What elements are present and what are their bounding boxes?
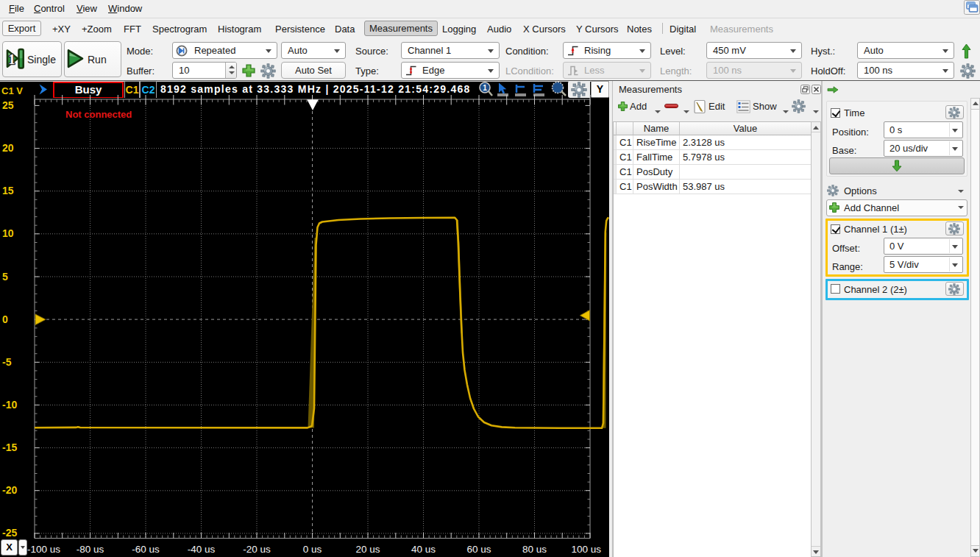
svg-text:Not connected: Not connected — [65, 109, 132, 120]
svg-text:-25: -25 — [2, 527, 17, 539]
svg-text:25: 25 — [2, 99, 14, 111]
svg-text:80 us: 80 us — [522, 544, 547, 555]
svg-text:-20: -20 — [2, 484, 17, 496]
svg-text:0 us: 0 us — [303, 544, 322, 555]
svg-text:-10: -10 — [2, 399, 17, 411]
svg-text:100 us: 100 us — [571, 544, 601, 555]
svg-text:1: 1 — [483, 84, 487, 92]
svg-text:1: 1 — [8, 52, 15, 67]
svg-text:-80 us: -80 us — [77, 544, 104, 555]
svg-text:15: 15 — [2, 185, 14, 196]
svg-text:10: 10 — [2, 227, 14, 239]
svg-text:60 us: 60 us — [466, 544, 491, 555]
svg-text:0: 0 — [2, 313, 8, 325]
svg-text:-100 us: -100 us — [27, 544, 60, 555]
svg-text:-20 us: -20 us — [243, 544, 271, 555]
svg-text:5: 5 — [2, 271, 8, 283]
svg-text:-40 us: -40 us — [188, 544, 216, 555]
svg-text:40 us: 40 us — [411, 544, 436, 555]
svg-text:-15: -15 — [2, 441, 17, 453]
svg-text:-5: -5 — [2, 356, 12, 368]
svg-text:-60 us: -60 us — [132, 544, 160, 555]
svg-text:20: 20 — [2, 142, 14, 154]
svg-text:20 us: 20 us — [355, 544, 380, 555]
